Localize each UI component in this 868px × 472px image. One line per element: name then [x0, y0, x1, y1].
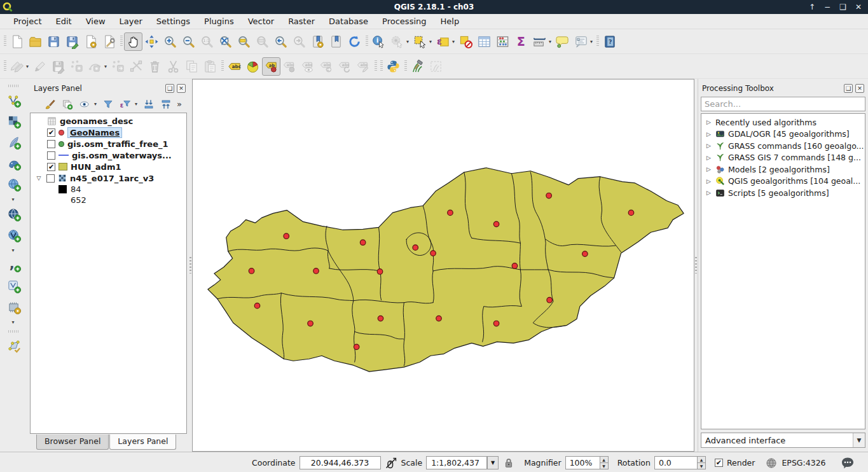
expander-icon[interactable]: ▷ [705, 166, 712, 172]
add-virtual-layer-button[interactable] [4, 277, 24, 295]
pin-labels-button[interactable] [262, 57, 280, 76]
layer-name[interactable]: gis.osm_waterways... [72, 151, 172, 160]
layer-diagram-button[interactable] [244, 57, 262, 76]
toggle-extents-icon[interactable] [385, 457, 397, 469]
toolbar-handle[interactable] [595, 34, 600, 49]
crs-status-icon[interactable] [765, 457, 778, 469]
add-wfs-layer-button[interactable] [4, 226, 24, 244]
run-feature-action-dropdown[interactable]: ▾ [406, 39, 409, 45]
menu-database[interactable]: Database [322, 15, 375, 28]
select-by-expression-dropdown[interactable]: ▾ [452, 39, 455, 45]
layer-name[interactable]: gis.osm_traffic_free_1 [67, 139, 169, 149]
close-panel-icon[interactable]: ✕ [177, 84, 186, 93]
style-manager-button[interactable] [43, 97, 58, 112]
select-features-dropdown[interactable]: ▾ [429, 39, 432, 45]
toolbar-handle[interactable] [2, 34, 8, 49]
layer-name[interactable]: GeoNames [67, 127, 122, 138]
zoom-full-extent-button[interactable] [216, 32, 235, 51]
new-layer-button[interactable] [4, 298, 24, 316]
layer-row[interactable]: gis.osm_traffic_free_1 [31, 138, 186, 149]
filter-legend-button[interactable] [100, 97, 116, 112]
current-edits-dropdown[interactable]: ▾ [26, 64, 29, 69]
layer-visibility-checkbox[interactable]: ✔ [47, 163, 55, 171]
add-vector-layer-button[interactable] [4, 92, 24, 109]
add-delimited-text-layer-button[interactable] [4, 256, 24, 274]
filter-by-expression-dropdown[interactable]: ▾ [135, 101, 137, 107]
expander-icon[interactable]: ▽ [34, 175, 43, 181]
magnifier-value[interactable]: 100% [565, 456, 600, 469]
toolbar-handle[interactable] [364, 34, 369, 49]
toolbar-handle[interactable] [403, 59, 408, 74]
save-project-button[interactable] [45, 32, 63, 51]
new-bookmark-button[interactable] [308, 32, 327, 51]
render-checkbox[interactable]: ✔ [715, 459, 723, 467]
menu-help[interactable]: Help [434, 15, 467, 28]
minimize-window-button[interactable]: − [824, 0, 830, 14]
add-postgis-layer-button[interactable] [4, 155, 24, 172]
toolbar-handle[interactable] [378, 59, 384, 74]
expander-icon[interactable]: ▷ [705, 119, 712, 125]
toolbox-category[interactable]: ▷Recently used algorithms [701, 116, 865, 128]
lock-scale-icon[interactable] [502, 457, 515, 469]
tab-browser-panel[interactable]: Browser Panel [36, 434, 109, 450]
menu-raster[interactable]: Raster [281, 15, 322, 28]
statistical-summary-button[interactable] [512, 32, 530, 51]
toolbox-search-input[interactable] [701, 97, 865, 111]
save-project-as-button[interactable] [63, 32, 81, 51]
text-annotation-dropdown[interactable]: ▾ [590, 39, 593, 45]
vertex-tool-button[interactable] [4, 337, 24, 355]
menu-processing[interactable]: Processing [375, 15, 433, 28]
add-wms-layer-button[interactable] [4, 176, 24, 193]
toolbox-category[interactable]: ▷Scripts [5 geoalgorithms] [701, 187, 865, 199]
layer-row[interactable]: ▽n45_e017_1arc_v3 [31, 172, 186, 184]
refresh-map-button[interactable] [345, 32, 364, 51]
python-console-button[interactable] [384, 57, 403, 76]
toolbox-category[interactable]: ▷GDAL/OGR [45 geoalgorithms] [701, 128, 865, 141]
magnifier-spinner[interactable]: ▲▼ [600, 456, 609, 469]
map-tips-button[interactable] [553, 32, 572, 51]
layer-name[interactable]: geonames_desc [60, 116, 133, 126]
toolbar-handle[interactable] [2, 59, 8, 74]
add-wms-layer-dropdown[interactable]: ▾ [11, 197, 14, 202]
toolbox-category[interactable]: ▷GRASS commands [160 geoalgo... [701, 140, 865, 152]
deselect-all-button[interactable] [457, 32, 475, 51]
add-wfs-layer-dropdown[interactable]: ▾ [11, 247, 14, 253]
grass-tools-button[interactable] [408, 57, 427, 76]
zoom-last-button[interactable] [272, 32, 290, 51]
layer-name[interactable]: n45_e017_1arc_v3 [70, 174, 154, 183]
new-project-button[interactable] [8, 32, 26, 51]
expander-icon[interactable]: ▷ [705, 142, 712, 149]
select-by-expression-button[interactable] [434, 32, 452, 51]
rotation-value[interactable]: 0.0 [654, 456, 698, 469]
toolbar-handle[interactable] [6, 83, 22, 88]
menu-settings[interactable]: Settings [149, 15, 197, 28]
layer-labeling-button[interactable] [225, 57, 244, 76]
layer-name[interactable]: HUN_adm1 [71, 162, 121, 172]
layer-row[interactable]: gis.osm_waterways... [31, 149, 186, 161]
toolbar-handle[interactable] [118, 34, 124, 49]
float-panel-icon[interactable]: ❑ [844, 84, 853, 93]
toolbox-category[interactable]: ▷QGIS geoalgorithms [104 geoal... [701, 176, 865, 188]
show-bookmarks-button[interactable] [327, 32, 345, 51]
menu-vector[interactable]: Vector [241, 15, 281, 28]
expander-icon[interactable]: ▷ [705, 155, 712, 161]
layer-row[interactable]: ✔HUN_adm1 [31, 161, 186, 172]
expand-all-button[interactable] [141, 97, 156, 112]
add-circular-string-dropdown[interactable]: ▾ [104, 64, 107, 69]
select-features-button[interactable] [411, 32, 429, 51]
toolbar-overflow-button[interactable]: » [176, 99, 183, 109]
zoom-to-layer-button[interactable] [235, 32, 253, 51]
layer-visibility-checkbox[interactable] [46, 174, 55, 183]
toolbar-handle[interactable] [219, 59, 225, 74]
open-project-button[interactable] [26, 32, 45, 51]
add-raster-layer-button[interactable] [4, 113, 24, 130]
add-group-button[interactable] [60, 97, 75, 112]
filter-by-expression-button[interactable] [118, 97, 133, 112]
manage-visibility-button[interactable] [77, 97, 92, 112]
menu-project[interactable]: Project [6, 15, 48, 28]
expander-icon[interactable]: ▷ [705, 178, 712, 184]
float-panel-icon[interactable]: ❑ [165, 84, 174, 93]
tab-layers-panel[interactable]: Layers Panel [109, 434, 176, 450]
expander-icon[interactable]: ▷ [705, 131, 712, 137]
rotation-spinner[interactable]: ▲▼ [698, 456, 706, 469]
